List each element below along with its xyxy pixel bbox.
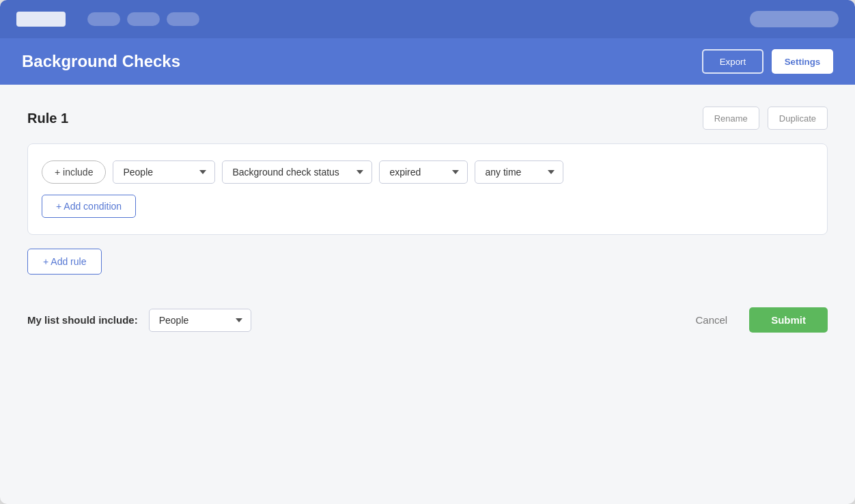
rule-card: + include People Teams Groups Background…	[27, 143, 828, 235]
subheader-actions: Export Settings	[702, 49, 833, 74]
footer-actions: Cancel Submit	[684, 307, 828, 333]
rule-title: Rule 1	[27, 111, 703, 126]
footer-people-select[interactable]: People Teams Groups	[149, 309, 251, 332]
add-rule-button[interactable]: + Add rule	[27, 249, 102, 275]
topbar	[0, 0, 855, 38]
subheader: Background Checks Export Settings	[0, 38, 855, 85]
status-select[interactable]: expired active pending none	[379, 160, 468, 184]
include-button[interactable]: + include	[42, 160, 106, 184]
condition-row: + include People Teams Groups Background…	[42, 160, 813, 184]
topbar-action[interactable]	[750, 11, 839, 27]
main-content: Rule 1 Rename Duplicate + include People…	[0, 85, 855, 504]
page-title: Background Checks	[22, 52, 702, 71]
rule-header: Rule 1 Rename Duplicate	[27, 107, 828, 130]
footer-list-label: My list should include:	[27, 314, 138, 326]
bg-check-status-select[interactable]: Background check status Start date End d…	[222, 160, 372, 184]
topbar-nav	[87, 12, 199, 26]
submit-button[interactable]: Submit	[749, 307, 828, 333]
rule-actions: Rename Duplicate	[703, 107, 828, 130]
topbar-nav-item-3[interactable]	[167, 12, 199, 26]
people-select[interactable]: People Teams Groups	[113, 160, 215, 184]
add-condition-button[interactable]: + Add condition	[42, 195, 136, 218]
export-button[interactable]: Export	[702, 49, 763, 74]
duplicate-button[interactable]: Duplicate	[768, 107, 828, 130]
footer-row: My list should include: People Teams Gro…	[27, 307, 828, 333]
topbar-nav-item-2[interactable]	[127, 12, 160, 26]
topbar-nav-item-1[interactable]	[87, 12, 120, 26]
rename-button[interactable]: Rename	[703, 107, 759, 130]
app-window: Background Checks Export Settings Rule 1…	[0, 0, 855, 504]
cancel-button[interactable]: Cancel	[684, 307, 738, 333]
topbar-logo	[16, 12, 66, 27]
time-select[interactable]: any time last 30 days last 90 days last …	[475, 160, 563, 184]
settings-button[interactable]: Settings	[772, 49, 833, 74]
